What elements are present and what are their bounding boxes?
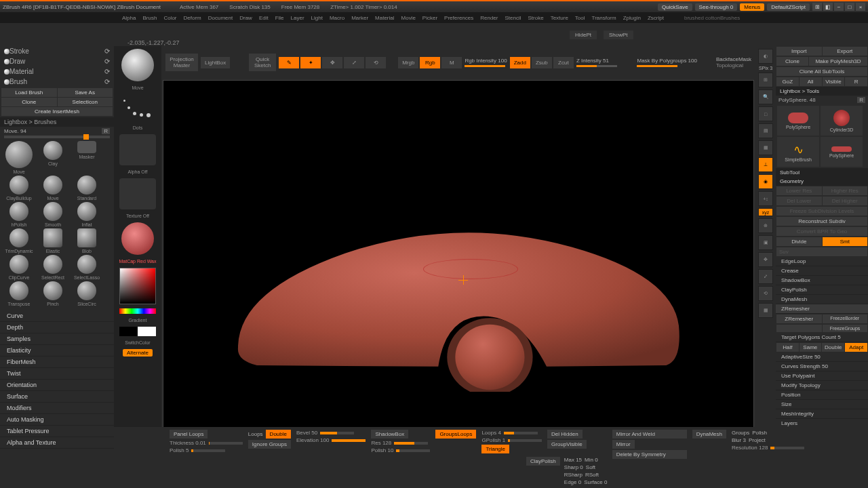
menu-item[interactable]: Marker: [351, 15, 368, 21]
menu-item[interactable]: Edit: [259, 15, 269, 21]
brush-selectrect[interactable]: SelectRect: [37, 255, 69, 280]
tab-brush[interactable]: Brush⟳: [0, 77, 114, 87]
min-slider[interactable]: Min 0: [585, 457, 598, 463]
texture-slot[interactable]: [119, 178, 156, 209]
suv-button[interactable]: Suv: [776, 247, 867, 256]
close-button[interactable]: ×: [856, 3, 865, 11]
higher-res[interactable]: Higher Res: [823, 186, 868, 195]
showpt-button[interactable]: ShowPt: [604, 30, 633, 39]
surface-slider[interactable]: Surface 0: [584, 479, 607, 485]
menu-item[interactable]: Brush: [142, 15, 157, 21]
accordion-alphatexture[interactable]: Alpha and Texture: [0, 437, 114, 449]
rotate-view-button[interactable]: ⟲: [758, 286, 773, 301]
goz-button[interactable]: GoZ: [776, 77, 799, 86]
lsym-button[interactable]: +↕: [758, 191, 773, 206]
viewport[interactable]: [163, 80, 754, 487]
subtool-header[interactable]: SubTool: [776, 168, 868, 177]
clone-tool-button[interactable]: Clone: [776, 57, 808, 66]
groupvisible-button[interactable]: GroupVisible: [547, 440, 587, 449]
soft-slider[interactable]: Soft: [586, 464, 595, 470]
menu-item[interactable]: Stencil: [505, 15, 521, 21]
thickness-slider[interactable]: Thickness 0.01: [170, 440, 243, 446]
create-insertmesh-button[interactable]: Create InsertMesh: [1, 107, 113, 116]
extra-button[interactable]: ▦: [758, 303, 773, 318]
res-slider[interactable]: Res 128: [371, 440, 430, 446]
zsub-button[interactable]: Zsub: [532, 57, 552, 68]
blur-slider[interactable]: Blur 3: [732, 437, 746, 443]
minimize-button[interactable]: −: [834, 3, 844, 11]
import-button[interactable]: Import: [776, 47, 822, 56]
menu-item[interactable]: Alpha: [122, 15, 136, 21]
goz-visible-button[interactable]: Visible: [823, 77, 845, 86]
accordion-samples[interactable]: Samples: [0, 333, 114, 345]
elevation-slider[interactable]: Elevation 100: [296, 437, 366, 443]
quicksketch-button[interactable]: Quick Sketch: [249, 54, 276, 71]
zremesher-section[interactable]: ZRemesher: [776, 304, 868, 314]
groupsloops-button[interactable]: GroupsLoops: [435, 430, 476, 439]
menu-item[interactable]: Movie: [401, 15, 416, 21]
shadowbox-section[interactable]: ShadowBox: [776, 276, 868, 285]
local-button[interactable]: ◉: [758, 174, 773, 189]
accordion-twist[interactable]: Twist: [0, 368, 114, 380]
tab-draw[interactable]: Draw⟳: [0, 56, 114, 66]
delete-symmetry-button[interactable]: Delete By Symmetry: [612, 450, 687, 459]
menu-item[interactable]: Zplugin: [623, 15, 641, 21]
del-lower[interactable]: Del Lower: [776, 197, 822, 205]
accordion-modifiers[interactable]: Modifiers: [0, 403, 114, 414]
brush-hpolish[interactable]: hPolish: [3, 202, 35, 227]
make-polymesh-button[interactable]: Make PolyMesh3D: [809, 57, 867, 66]
project-toggle[interactable]: Project: [749, 437, 766, 443]
divide-button[interactable]: Divide: [776, 237, 822, 246]
freezeborder[interactable]: FreezeBorder: [823, 314, 868, 323]
spix-slider[interactable]: SPix 3: [759, 66, 772, 70]
resolution-slider[interactable]: Resolution 128: [732, 445, 804, 451]
scroll-button[interactable]: ⊞: [758, 73, 773, 87]
material-preview[interactable]: [121, 222, 154, 255]
zoom-button[interactable]: 🔍: [758, 89, 773, 104]
menu-item[interactable]: File: [275, 15, 284, 21]
brush-clay[interactable]: Clay: [37, 141, 69, 174]
mirror-button[interactable]: Mirror: [612, 440, 635, 449]
tool-simplebrush[interactable]: ∿SimpleBrush: [777, 137, 819, 167]
polish2-slider[interactable]: Polish 10: [371, 447, 430, 453]
brush-transpose[interactable]: Transpose: [3, 281, 35, 306]
rotate-button[interactable]: ⟲: [366, 57, 386, 68]
select-icon-button[interactable]: SelectIcon: [58, 98, 113, 106]
smt-button[interactable]: Smt: [823, 237, 868, 246]
max-slider[interactable]: Max 15: [564, 457, 582, 463]
brush-selectlasso[interactable]: SelectLasso: [71, 255, 103, 280]
menu-item[interactable]: Material: [375, 15, 394, 21]
accordion-surface[interactable]: Surface: [0, 391, 114, 403]
floor-button[interactable]: ⊥: [758, 157, 773, 172]
rsoft-button[interactable]: RSoft: [585, 472, 599, 478]
m-button[interactable]: M: [441, 57, 462, 68]
edge-slider[interactable]: Edge 0: [564, 479, 581, 485]
adapt-button[interactable]: Adapt: [845, 343, 867, 352]
draw-button[interactable]: ✦: [300, 57, 321, 68]
loops4-slider[interactable]: Loops 4: [481, 430, 542, 436]
lightbox-tools[interactable]: Lightbox > Tools: [776, 87, 868, 96]
convert-bpr[interactable]: Convert BPR To Geo: [776, 227, 867, 236]
same-button[interactable]: Same: [800, 343, 822, 352]
groups-toggle[interactable]: Groups: [732, 430, 749, 436]
bevel-slider[interactable]: Bevel 50: [296, 430, 366, 436]
actual-button[interactable]: □: [758, 106, 773, 121]
accordion-fibermesh[interactable]: FiberMesh: [0, 357, 114, 368]
accordion-automasking[interactable]: Auto Masking: [0, 414, 114, 426]
color-picker[interactable]: [119, 268, 156, 304]
lightbox-button[interactable]: LightBox: [201, 57, 230, 68]
menu-item[interactable]: Stroke: [528, 15, 544, 21]
brush-masker[interactable]: Masker: [71, 141, 103, 174]
sharp-slider[interactable]: Sharp 0: [564, 464, 583, 470]
center-button[interactable]: ⊕: [758, 218, 773, 233]
freeze-subdiv[interactable]: Freeze SubDivision Levels: [776, 207, 867, 216]
tab-material[interactable]: Material⟳: [0, 66, 114, 77]
goz-all-button[interactable]: All: [800, 77, 822, 86]
menu-item[interactable]: Texture: [551, 15, 568, 21]
polish-slider[interactable]: Polish 5: [170, 447, 243, 453]
zadd-button[interactable]: Zadd: [510, 57, 530, 68]
edit-button[interactable]: ✎: [279, 57, 299, 68]
loops-slider[interactable]: Loops: [248, 431, 263, 437]
scale-button[interactable]: ⤢: [344, 57, 364, 68]
hue-strip[interactable]: [119, 308, 156, 314]
